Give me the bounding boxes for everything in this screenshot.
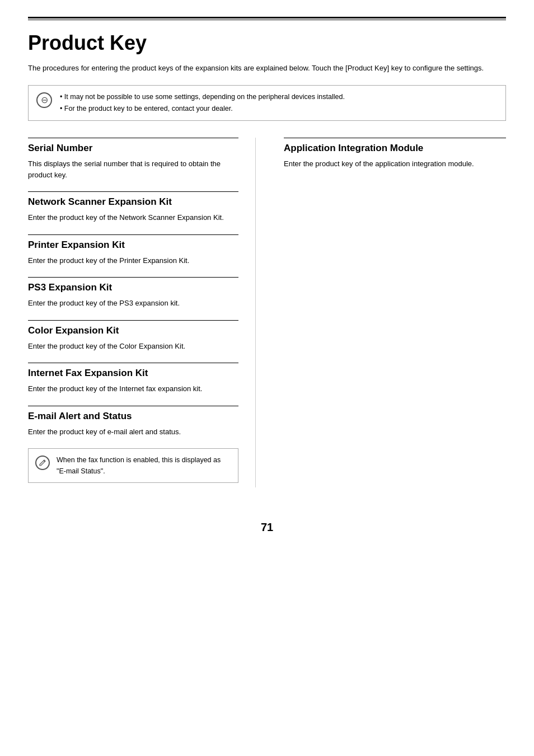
text-internet-fax: Enter the product key of the Internet fa… xyxy=(28,383,238,395)
top-border-thick xyxy=(28,17,506,18)
divider-network-scanner xyxy=(28,191,238,192)
note-pencil-icon xyxy=(35,456,50,470)
section-app-integration: Application Integration Module Enter the… xyxy=(284,138,506,170)
divider-email-alert xyxy=(28,406,238,406)
text-email-alert: Enter the product key of e-mail alert an… xyxy=(28,426,238,438)
text-app-integration: Enter the product key of the application… xyxy=(284,158,506,170)
title-network-scanner: Network Scanner Expansion Kit xyxy=(28,196,238,208)
title-color-expansion: Color Expansion Kit xyxy=(28,325,238,336)
notice-line-2: • For the product key to be entered, con… xyxy=(60,103,345,115)
text-printer-expansion: Enter the product key of the Printer Exp… xyxy=(28,255,238,266)
divider-printer-expansion xyxy=(28,234,238,235)
content-grid: Serial Number This displays the serial n… xyxy=(28,138,506,487)
section-printer-expansion: Printer Expansion Kit Enter the product … xyxy=(28,234,238,266)
title-app-integration: Application Integration Module xyxy=(284,143,506,154)
section-internet-fax: Internet Fax Expansion Kit Enter the pro… xyxy=(28,363,238,395)
intro-text: The procedures for entering the product … xyxy=(28,63,506,74)
page-title: Product Key xyxy=(28,31,506,55)
page: Product Key The procedures for entering … xyxy=(0,0,534,756)
title-email-alert: E-mail Alert and Status xyxy=(28,411,238,422)
top-border-thin xyxy=(28,20,506,20)
section-email-alert: E-mail Alert and Status Enter the produc… xyxy=(28,406,238,483)
divider-serial-number xyxy=(28,138,238,138)
right-column: Application Integration Module Enter the… xyxy=(278,138,506,487)
divider-ps3-expansion xyxy=(28,277,238,278)
page-number: 71 xyxy=(28,521,506,534)
divider-internet-fax xyxy=(28,363,238,363)
notice-icon: ⊖ xyxy=(36,92,52,108)
notice-content: • It may not be possible to use some set… xyxy=(60,91,345,115)
text-color-expansion: Enter the product key of the Color Expan… xyxy=(28,341,238,352)
notice-line-1: • It may not be possible to use some set… xyxy=(60,91,345,103)
title-internet-fax: Internet Fax Expansion Kit xyxy=(28,368,238,379)
left-column: Serial Number This displays the serial n… xyxy=(28,138,256,487)
title-ps3-expansion: PS3 Expansion Kit xyxy=(28,282,238,293)
divider-color-expansion xyxy=(28,320,238,321)
text-serial-number: This displays the serial number that is … xyxy=(28,158,238,180)
section-serial-number: Serial Number This displays the serial n… xyxy=(28,138,238,180)
section-color-expansion: Color Expansion Kit Enter the product ke… xyxy=(28,320,238,352)
text-ps3-expansion: Enter the product key of the PS3 expansi… xyxy=(28,298,238,309)
notice-box: ⊖ • It may not be possible to use some s… xyxy=(28,85,506,121)
section-ps3-expansion: PS3 Expansion Kit Enter the product key … xyxy=(28,277,238,309)
title-serial-number: Serial Number xyxy=(28,143,238,154)
text-network-scanner: Enter the product key of the Network Sca… xyxy=(28,212,238,223)
section-network-scanner: Network Scanner Expansion Kit Enter the … xyxy=(28,191,238,223)
email-note-box: When the fax function is enabled, this i… xyxy=(28,448,238,483)
title-printer-expansion: Printer Expansion Kit xyxy=(28,240,238,251)
email-note-text: When the fax function is enabled, this i… xyxy=(57,454,231,477)
divider-app-integration xyxy=(284,138,506,138)
